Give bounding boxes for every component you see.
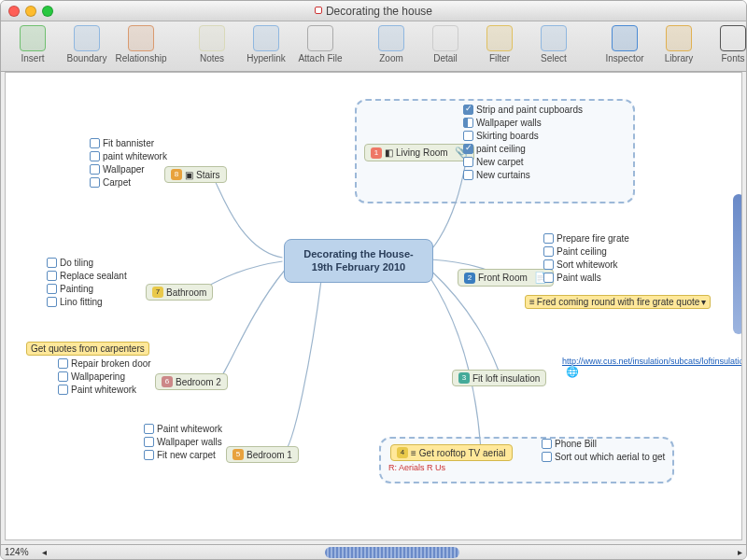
task-item[interactable]: New carpet (463, 157, 583, 167)
relationship-label: R: Aerials R Us (388, 463, 445, 472)
node-bathroom[interactable]: 7Bathroom (146, 284, 213, 301)
checkbox-icon[interactable] (543, 273, 554, 283)
children-living-room: Strip and paint cupboardsWallpaper walls… (463, 105, 583, 180)
node-stairs[interactable]: 8▣Stairs (164, 166, 227, 183)
chevron-right-icon[interactable]: ▸ (738, 547, 742, 557)
checkbox-icon[interactable] (47, 258, 57, 268)
task-item[interactable]: Sort whitework (543, 259, 629, 270)
checkbox-icon[interactable] (144, 437, 154, 447)
toolbar: InsertBoundaryRelationship NotesHyperlin… (1, 21, 746, 72)
node-living-room[interactable]: 1◧Living Room📎 (364, 144, 474, 161)
horizontal-scrollbar[interactable] (54, 547, 730, 558)
task-item[interactable]: Phone Bill (542, 439, 665, 449)
task-item[interactable]: Skirting boards (463, 131, 583, 141)
task-item[interactable]: Lino fitting (47, 297, 127, 307)
task-item[interactable]: Painting (47, 284, 127, 294)
toolbar-attach-file[interactable]: Attach File (298, 25, 343, 63)
checkbox-icon[interactable] (58, 371, 68, 382)
task-item[interactable]: Replace sealant (47, 271, 127, 281)
modified-icon (315, 7, 322, 14)
task-item[interactable]: Paint walls (543, 273, 629, 283)
checkbox-icon[interactable] (463, 157, 473, 167)
toolbar-inspector[interactable]: Inspector (602, 25, 647, 63)
node-front-room[interactable]: 2Front Room📄 (458, 269, 554, 287)
note-icon: ≡ (529, 297, 535, 307)
task-item[interactable]: New curtains (463, 170, 583, 180)
task-item[interactable]: paint ceiling (463, 144, 583, 154)
toolbar-fonts[interactable]: Fonts (711, 25, 747, 63)
task-item[interactable]: Wallpapering (58, 371, 151, 382)
checkbox-icon[interactable] (463, 144, 473, 154)
checkbox-icon[interactable] (144, 450, 154, 460)
task-item[interactable]: Fit bannister (90, 138, 167, 148)
zoom-level[interactable]: 124% (5, 547, 42, 557)
task-item[interactable]: paint whitework (90, 151, 167, 161)
checkbox-icon[interactable] (543, 233, 554, 244)
checkbox-icon[interactable] (463, 118, 473, 128)
task-item[interactable]: Sort out which aerial to get (542, 452, 665, 462)
toolbar-insert[interactable]: Insert (10, 25, 55, 63)
checkbox-icon[interactable] (463, 131, 473, 141)
chevron-left-icon[interactable]: ◂ (42, 547, 47, 557)
checkbox-icon[interactable] (543, 246, 554, 257)
toolbar-select[interactable]: Select (531, 25, 576, 63)
app-window: Decorating the house InsertBoundaryRelat… (0, 0, 747, 560)
checkbox-icon[interactable] (47, 271, 57, 281)
task-item[interactable]: Paint ceiling (543, 246, 629, 257)
checkbox-icon[interactable] (463, 105, 473, 115)
checkbox-icon[interactable] (90, 164, 100, 175)
mindmap-canvas[interactable]: Decorating the House- 19th February 2010… (5, 72, 742, 540)
task-item[interactable]: Do tiling (47, 258, 127, 268)
task-item[interactable]: Fit new carpet (144, 450, 222, 460)
notes-icon: ≡ (411, 448, 416, 458)
toolbar-notes[interactable]: Notes (190, 25, 234, 63)
toolbar-relationship[interactable]: Relationship (119, 25, 163, 63)
checkbox-icon[interactable] (58, 358, 68, 369)
task-item[interactable]: Wallpaper (90, 164, 167, 175)
cube-icon: ▣ (185, 170, 193, 180)
checkbox-icon[interactable] (90, 151, 100, 161)
checkbox-icon[interactable] (542, 452, 552, 462)
checkbox-icon[interactable] (543, 259, 554, 270)
note-bedroom2: Get quotes from carpenters (26, 342, 149, 356)
children-aerial: Phone BillSort out which aerial to get (542, 439, 665, 462)
children-stairs: Fit bannisterpaint whiteworkWallpaperCar… (90, 138, 167, 188)
window-title: Decorating the house (1, 5, 746, 18)
toolbar-boundary[interactable]: Boundary (64, 25, 109, 63)
task-item[interactable]: Strip and paint cupboards (463, 105, 583, 115)
globe-icon: 🌐 (566, 366, 579, 377)
task-item[interactable]: Repair broken door (58, 358, 151, 369)
toolbar-detail[interactable]: Detail (423, 25, 468, 63)
checkbox-icon[interactable] (90, 138, 100, 148)
children-bedroom1: Paint whiteworkWallpaper wallsFit new ca… (144, 424, 222, 460)
node-bedroom1[interactable]: 5Bedroom 1 (226, 446, 299, 463)
half-icon: ◧ (385, 147, 393, 158)
toolbar-hyperlink[interactable]: Hyperlink (244, 25, 289, 63)
task-item[interactable]: Wallpaper walls (144, 437, 222, 447)
checkbox-icon[interactable] (47, 284, 57, 294)
task-item[interactable]: Carpet (90, 177, 167, 188)
task-item[interactable]: Paint whitework (58, 385, 151, 395)
task-item[interactable]: Prepare fire grate (543, 233, 629, 244)
children-bathroom: Do tilingReplace sealantPaintingLino fit… (47, 258, 127, 307)
toolbar-library[interactable]: Library (656, 25, 701, 63)
node-bedroom2[interactable]: 6Bedroom 2 (155, 373, 228, 390)
vertical-scrollbar[interactable] (733, 194, 742, 334)
checkbox-icon[interactable] (463, 170, 473, 180)
note-front-room: ≡Fred coming round with fire grate quote… (525, 295, 711, 309)
toolbar-filter[interactable]: Filter (477, 25, 522, 63)
children-front-room: Prepare fire gratePaint ceilingSort whit… (543, 233, 629, 283)
central-topic[interactable]: Decorating the House- 19th February 2010 (284, 239, 433, 283)
link-loft[interactable]: http://www.cus.net/insulation/subcats/lo… (562, 355, 742, 378)
checkbox-icon[interactable] (47, 297, 57, 307)
checkbox-icon[interactable] (58, 385, 68, 395)
task-item[interactable]: Wallpaper walls (463, 118, 583, 128)
checkbox-icon[interactable] (144, 424, 154, 434)
titlebar: Decorating the house (1, 1, 746, 21)
toolbar-zoom[interactable]: Zoom (369, 25, 414, 63)
node-aerial[interactable]: 4≡Get rooftop TV aerial (390, 444, 513, 461)
node-loft[interactable]: 3Fit loft insulation (452, 370, 546, 386)
checkbox-icon[interactable] (90, 177, 100, 188)
checkbox-icon[interactable] (542, 439, 552, 449)
task-item[interactable]: Paint whitework (144, 424, 222, 434)
